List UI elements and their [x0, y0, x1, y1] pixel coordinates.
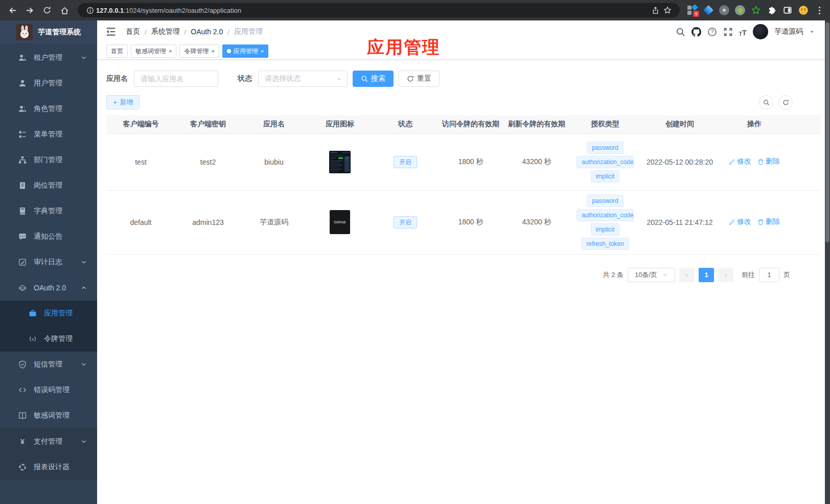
breadcrumb-system[interactable]: 系统管理: [151, 27, 180, 36]
sidebar-item-sms[interactable]: 短信管理: [0, 352, 97, 377]
refresh-icon: [782, 99, 789, 106]
sidebar-item-label: 用户管理: [34, 79, 62, 88]
share-icon[interactable]: [649, 4, 661, 16]
sidebar-item-user[interactable]: 用户管理: [0, 71, 97, 96]
github-icon[interactable]: [691, 27, 701, 37]
status-label: 状态: [238, 74, 252, 83]
delete-link[interactable]: 删除: [757, 217, 780, 226]
close-icon[interactable]: ×: [169, 49, 172, 54]
col-created-at: 创建时间: [640, 115, 719, 133]
close-icon[interactable]: ×: [211, 49, 214, 54]
page-scrollbar[interactable]: [825, 20, 830, 504]
edit-link[interactable]: 修改: [729, 157, 751, 166]
sidebar-item-sensitive-word[interactable]: 敏感词管理: [0, 403, 97, 428]
extension-green-star-icon[interactable]: [750, 5, 762, 16]
app-title: 芋道管理系统: [38, 28, 81, 37]
help-icon[interactable]: [707, 27, 717, 37]
side-panel-icon[interactable]: [782, 5, 793, 16]
browser-home-button[interactable]: [57, 3, 72, 17]
sidebar-item-role[interactable]: 角色管理: [0, 96, 97, 122]
app-logo[interactable]: 芋道管理系统: [0, 20, 97, 43]
extension-grid-icon[interactable]: 9: [687, 5, 698, 16]
refresh-table-button[interactable]: [778, 95, 793, 109]
sidebar-item-tenant[interactable]: 租户管理: [0, 45, 97, 71]
sidebar-item-oauth-application[interactable]: 应用管理: [0, 301, 97, 326]
close-icon[interactable]: ×: [261, 49, 264, 54]
fullscreen-icon[interactable]: [723, 27, 733, 37]
col-access-ttl: 访问令牌的有效期: [438, 115, 503, 133]
sidebar-item-menu[interactable]: 菜单管理: [0, 122, 97, 147]
sidebar-item-audit-log[interactable]: 审计日志: [0, 249, 97, 275]
extension-record-icon[interactable]: [734, 5, 746, 16]
current-page-button[interactable]: 1: [699, 268, 714, 282]
app-screenshot-thumbnail: [329, 151, 351, 173]
grant-type-tags: password authorization_code implicit: [570, 142, 640, 182]
active-dot: [227, 49, 231, 53]
address-bar[interactable]: 127.0.0.1:1024/system/oauth2/oauth2/appl…: [78, 3, 680, 17]
add-button[interactable]: +新增: [106, 95, 140, 109]
cell-refresh-ttl: 43200 秒: [503, 133, 570, 190]
sidebar-item-label: 部门管理: [34, 155, 62, 165]
cell-refresh-ttl: 43200 秒: [503, 190, 570, 254]
toolbar-right: [759, 95, 793, 109]
token-signal-icon: [29, 335, 37, 343]
next-page-button[interactable]: ›: [718, 268, 733, 282]
edit-link[interactable]: 修改: [729, 217, 751, 226]
page-size-select[interactable]: 10条/页: [628, 268, 675, 282]
prev-page-button[interactable]: ‹: [679, 268, 695, 282]
font-size-icon[interactable]: TT: [739, 27, 747, 37]
breadcrumb-home[interactable]: 首页: [126, 27, 140, 36]
extension-badge: 9: [693, 11, 699, 17]
col-app-icon: 应用图标: [307, 115, 373, 133]
delete-link[interactable]: 删除: [757, 157, 780, 166]
grant-tag: implicit: [591, 223, 620, 236]
bookmark-star-icon[interactable]: [661, 4, 674, 16]
page-content: 应用名 状态 请选择状态 搜索 重置 +新增: [97, 60, 830, 282]
extension-command-icon[interactable]: [719, 5, 730, 16]
search-button[interactable]: 搜索: [353, 71, 394, 87]
browser-menu-icon[interactable]: [814, 5, 825, 16]
open-book-icon: [18, 411, 27, 420]
tab-sensitive-word[interactable]: 敏感词管理×: [131, 44, 176, 58]
profile-avatar-icon[interactable]: [798, 5, 809, 16]
applications-table: 客户端编号 客户端密钥 应用名 应用图标 状态 访问令牌的有效期 刷新令牌的有效…: [106, 115, 821, 255]
tab-token[interactable]: 令牌管理×: [179, 44, 219, 58]
sidebar-item-oauth[interactable]: OAuth 2.0: [0, 275, 97, 301]
breadcrumb-oauth[interactable]: OAuth 2.0: [191, 28, 223, 36]
search-icon[interactable]: [676, 27, 685, 37]
url-host: 127.0.0.1: [96, 7, 124, 14]
extensions-puzzle-icon[interactable]: [766, 5, 777, 16]
sidebar-item-label: 报表设计器: [34, 463, 70, 472]
goto-page-input[interactable]: [759, 268, 779, 282]
extension-gem-icon[interactable]: [703, 5, 714, 16]
sidebar-item-notice[interactable]: 通知公告: [0, 224, 97, 249]
sidebar-item-dept[interactable]: 部门管理: [0, 147, 97, 173]
sidebar-item-error-code[interactable]: 错误码管理: [0, 377, 97, 403]
status-select[interactable]: 请选择状态: [258, 71, 348, 87]
site-info-icon[interactable]: [84, 4, 96, 16]
browser-reload-button[interactable]: [40, 3, 54, 17]
grant-tag: authorization_code: [577, 209, 634, 221]
table-row: default admin123 芋道源码 GitHub 开启 1800 秒 4…: [106, 190, 821, 254]
user-avatar[interactable]: [753, 24, 768, 39]
sidebar-item-report-designer[interactable]: 报表设计器: [0, 454, 97, 480]
app-name-input[interactable]: [134, 71, 218, 87]
scrollbar-thumb[interactable]: [825, 22, 829, 242]
user-menu-caret-icon[interactable]: [809, 29, 815, 35]
sidebar-item-post[interactable]: 岗位管理: [0, 173, 97, 198]
chevron-down-icon: [81, 259, 87, 265]
search-icon: [763, 99, 770, 106]
sidebar-item-pay[interactable]: 支付管理: [0, 429, 97, 454]
tab-application[interactable]: 应用管理×: [222, 44, 268, 58]
chevron-down-icon: [662, 272, 668, 278]
browser-forward-button[interactable]: [22, 3, 37, 17]
sidebar-menu: 租户管理 用户管理 角色管理 菜单管理 部门管理 岗位管理 字典管理 通知公告 …: [0, 43, 97, 480]
sidebar-collapse-icon[interactable]: [105, 26, 117, 37]
sidebar-item-dict[interactable]: 字典管理: [0, 198, 97, 224]
tab-home[interactable]: 首页: [106, 44, 128, 58]
red-annotation-text: 应用管理: [367, 36, 441, 59]
browser-back-button[interactable]: [5, 3, 19, 17]
show-search-button[interactable]: [759, 95, 773, 109]
sidebar-item-oauth-token[interactable]: 令牌管理: [0, 326, 97, 352]
reset-button[interactable]: 重置: [399, 71, 440, 87]
